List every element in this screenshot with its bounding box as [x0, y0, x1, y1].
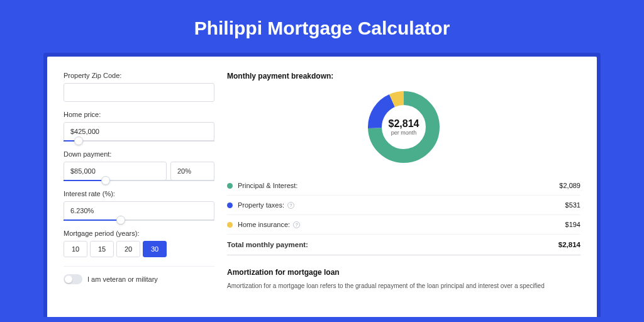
- down-payment-label: Down payment:: [64, 150, 214, 158]
- period-options: 10 15 20 30: [64, 241, 214, 257]
- dot-taxes: [227, 203, 233, 208]
- line-insurance: Home insurance: ? $194: [227, 215, 580, 235]
- period-field: Mortgage period (years): 10 15 20 30: [64, 230, 214, 257]
- down-payment-slider[interactable]: [64, 180, 214, 181]
- amortization-title: Amortization for mortgage loan: [227, 268, 580, 277]
- info-icon[interactable]: ?: [287, 202, 294, 209]
- interest-rate-field: Interest rate (%):: [64, 190, 214, 221]
- veteran-toggle[interactable]: [64, 274, 82, 284]
- period-15[interactable]: 15: [90, 241, 114, 257]
- home-price-slider[interactable]: [64, 140, 214, 142]
- dot-insurance: [227, 222, 233, 228]
- period-10[interactable]: 10: [64, 241, 87, 257]
- veteran-label: I am veteran or military: [87, 275, 158, 283]
- divider: [64, 266, 214, 267]
- name-principal: Principal & Interest:: [238, 182, 297, 189]
- donut-container: $2,814 per month: [227, 87, 580, 176]
- line-total: Total monthly payment: $2,814: [227, 235, 580, 255]
- donut-chart: $2,814 per month: [366, 89, 441, 165]
- amt-principal: $2,089: [559, 182, 580, 189]
- info-icon[interactable]: ?: [293, 221, 300, 228]
- inputs-column: Property Zip Code: Home price: Down paym…: [64, 72, 214, 317]
- breakdown-title: Monthly payment breakdown:: [227, 72, 580, 80]
- donut-value: $2,814: [389, 118, 419, 130]
- veteran-row: I am veteran or military: [64, 274, 214, 284]
- amortization-section: Amortization for mortgage loan Amortizat…: [227, 268, 580, 291]
- calculator-panel: Property Zip Code: Home price: Down paym…: [47, 57, 597, 317]
- donut-sub: per month: [391, 130, 417, 136]
- interest-rate-slider[interactable]: [64, 219, 214, 221]
- down-payment-field: Down payment:: [64, 150, 214, 181]
- amt-insurance: $194: [565, 221, 580, 228]
- amt-total: $2,814: [558, 241, 580, 248]
- period-30[interactable]: 30: [143, 241, 167, 257]
- zip-input[interactable]: [64, 83, 214, 102]
- zip-label: Property Zip Code:: [64, 72, 214, 79]
- home-price-input[interactable]: [64, 122, 214, 141]
- panel-shadow: Property Zip Code: Home price: Down paym…: [43, 53, 601, 317]
- dot-principal: [227, 183, 233, 189]
- down-payment-input[interactable]: [64, 162, 167, 180]
- home-price-label: Home price:: [64, 111, 214, 118]
- interest-rate-label: Interest rate (%):: [64, 190, 214, 197]
- zip-field: Property Zip Code:: [64, 72, 214, 102]
- period-20[interactable]: 20: [116, 241, 140, 257]
- line-taxes: Property taxes: ? $531: [227, 196, 580, 215]
- interest-rate-input[interactable]: [64, 201, 214, 220]
- name-total: Total monthly payment:: [227, 241, 308, 248]
- amt-taxes: $531: [565, 201, 580, 209]
- down-payment-pct-input[interactable]: [170, 162, 214, 180]
- name-taxes: Property taxes:: [238, 201, 284, 209]
- results-column: Monthly payment breakdown: $2,814 per mo…: [227, 72, 580, 317]
- name-insurance: Home insurance:: [238, 221, 290, 228]
- page-title: Philippi Mortgage Calculator: [0, 18, 644, 39]
- amortization-text: Amortization for a mortgage loan refers …: [227, 282, 580, 291]
- line-principal: Principal & Interest: $2,089: [227, 176, 580, 196]
- period-label: Mortgage period (years):: [64, 230, 214, 237]
- home-price-field: Home price:: [64, 111, 214, 142]
